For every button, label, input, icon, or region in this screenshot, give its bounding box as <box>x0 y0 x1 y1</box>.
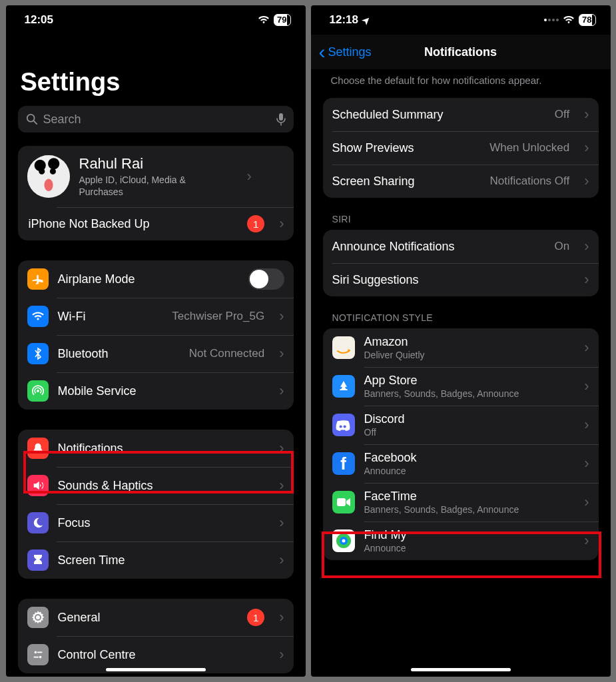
chevron-right-icon <box>584 339 589 356</box>
app-sub: Banners, Sounds, Badges, Announce <box>364 388 519 399</box>
focus-label: Focus <box>58 516 91 530</box>
app-name: App Store <box>364 374 519 388</box>
screen-sharing-row[interactable]: Screen Sharing Notifications Off <box>323 165 599 198</box>
app-name: Amazon <box>364 335 425 349</box>
screentime-row[interactable]: Screen Time <box>18 541 294 579</box>
wifi-icon <box>27 306 49 327</box>
backup-row[interactable]: iPhone Not Backed Up 1 <box>18 207 294 240</box>
sounds-label: Sounds & Haptics <box>58 479 153 493</box>
chevron-right-icon <box>247 168 252 185</box>
wifi-row[interactable]: Wi-Fi Techwiser Pro_5G <box>18 298 294 335</box>
app-row-findmy[interactable]: Find MyAnnounce <box>323 521 599 560</box>
general-row[interactable]: General 1 <box>18 599 294 636</box>
scheduled-summary-value: Off <box>555 108 569 121</box>
screen-sharing-value: Notifications Off <box>489 174 569 188</box>
chevron-right-icon <box>279 609 284 626</box>
airplane-toggle[interactable] <box>248 268 284 290</box>
nav-title: Notifications <box>424 45 497 59</box>
chevron-right-icon <box>279 477 284 494</box>
bluetooth-value: Not Connected <box>189 347 264 360</box>
home-indicator[interactable] <box>411 668 511 671</box>
notifications-label: Notifications <box>58 442 123 456</box>
back-button[interactable]: Settings <box>319 45 372 59</box>
airplane-icon <box>27 268 49 290</box>
mobile-label: Mobile Service <box>58 384 137 398</box>
bluetooth-row[interactable]: Bluetooth Not Connected <box>18 335 294 372</box>
app-list: AmazonDeliver Quietly App StoreBanners, … <box>323 328 599 560</box>
status-bar: 12:05 79 <box>6 5 306 35</box>
airplane-row[interactable]: Airplane Mode <box>18 260 294 298</box>
chevron-right-icon <box>584 378 589 395</box>
svg-line-1 <box>33 121 37 125</box>
mic-icon[interactable] <box>276 113 286 126</box>
chevron-right-icon <box>584 271 589 288</box>
siri-suggestions-row[interactable]: Siri Suggestions <box>323 263 599 296</box>
general-group: General 1 Control Centre <box>18 599 294 673</box>
app-name: Discord <box>364 412 405 426</box>
siri-suggestions-label: Siri Suggestions <box>332 273 419 287</box>
sounds-row[interactable]: Sounds & Haptics <box>18 467 294 504</box>
wifi-icon <box>563 15 575 25</box>
app-row-amazon[interactable]: AmazonDeliver Quietly <box>323 328 599 367</box>
show-previews-value: When Unlocked <box>489 141 569 155</box>
section-note: Choose the default for how notifications… <box>311 69 611 98</box>
avatar <box>27 155 70 198</box>
chevron-right-icon <box>584 238 589 255</box>
general-label: General <box>58 611 101 625</box>
svg-point-6 <box>39 656 41 659</box>
svg-point-0 <box>27 115 34 122</box>
svg-rect-7 <box>33 657 38 658</box>
search-input[interactable]: Search <box>18 106 294 133</box>
antenna-icon <box>27 380 49 402</box>
facetime-icon <box>332 491 355 513</box>
show-previews-label: Show Previews <box>332 141 414 155</box>
scheduled-summary-row[interactable]: Scheduled Summary Off <box>323 98 599 131</box>
svg-point-3 <box>36 615 40 619</box>
hourglass-icon <box>27 549 49 571</box>
app-name: Find My <box>364 528 407 542</box>
bluetooth-icon <box>27 343 49 364</box>
app-sub: Announce <box>364 466 417 476</box>
page-title: Settings <box>6 35 306 106</box>
search-placeholder: Search <box>43 113 81 127</box>
discord-icon <box>332 414 355 436</box>
appstore-icon <box>332 375 355 398</box>
prefs-group: Notifications Sounds & Haptics Focus Scr… <box>18 430 294 579</box>
chevron-right-icon <box>279 514 284 531</box>
wifi-icon <box>258 15 270 25</box>
siri-header: SIRI <box>311 210 611 230</box>
announce-row[interactable]: Announce Notifications On <box>323 230 599 263</box>
screentime-label: Screen Time <box>58 553 125 567</box>
chevron-right-icon <box>584 139 589 157</box>
home-indicator[interactable] <box>106 668 206 671</box>
chevron-right-icon <box>279 308 284 325</box>
app-row-discord[interactable]: DiscordOff <box>323 406 599 444</box>
gear-icon <box>27 607 49 628</box>
app-sub: Banners, Sounds, Badges, Announce <box>364 504 519 515</box>
chevron-right-icon <box>584 172 589 190</box>
back-label: Settings <box>328 45 372 59</box>
airplane-label: Airplane Mode <box>58 272 135 286</box>
svg-rect-8 <box>337 498 346 506</box>
chevron-right-icon <box>279 382 284 400</box>
battery-icon: 79 <box>274 14 290 26</box>
svg-rect-5 <box>37 652 42 653</box>
app-row-facetime[interactable]: FaceTimeBanners, Sounds, Badges, Announc… <box>323 483 599 521</box>
chevron-right-icon <box>584 455 589 472</box>
display-group: Scheduled Summary Off Show Previews When… <box>323 98 599 198</box>
app-row-appstore[interactable]: App StoreBanners, Sounds, Badges, Announ… <box>323 367 599 406</box>
svg-rect-2 <box>279 113 283 121</box>
mobile-row[interactable]: Mobile Service <box>18 372 294 410</box>
app-row-facebook[interactable]: f FacebookAnnounce <box>323 444 599 483</box>
search-icon <box>26 113 38 125</box>
style-header: NOTIFICATION STYLE <box>311 308 611 328</box>
location-icon <box>362 13 370 27</box>
notifications-row[interactable]: Notifications <box>18 430 294 467</box>
control-centre-label: Control Centre <box>58 648 136 662</box>
chevron-right-icon <box>584 494 589 511</box>
signal-dots-icon <box>544 19 559 21</box>
profile-row[interactable]: Rahul Rai Apple ID, iCloud, Media & Purc… <box>18 146 294 207</box>
show-previews-row[interactable]: Show Previews When Unlocked <box>323 131 599 165</box>
focus-row[interactable]: Focus <box>18 504 294 541</box>
chevron-right-icon <box>279 440 284 457</box>
